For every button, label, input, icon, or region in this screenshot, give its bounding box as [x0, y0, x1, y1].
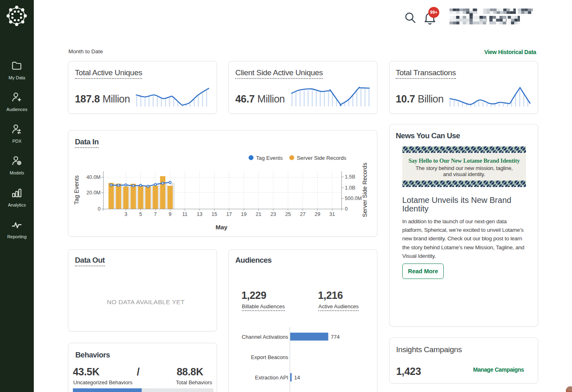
svg-text:774: 774: [331, 334, 340, 340]
svg-text:Export Beacons: Export Beacons: [251, 354, 288, 360]
svg-text:9: 9: [169, 211, 171, 217]
svg-text:Channel Activations: Channel Activations: [242, 334, 289, 340]
svg-text:Tag Events: Tag Events: [73, 175, 80, 205]
svg-text:3: 3: [125, 211, 127, 217]
svg-text:14: 14: [294, 375, 300, 381]
svg-text:31: 31: [329, 211, 335, 217]
svg-text:Server Side Records: Server Side Records: [362, 163, 368, 217]
svg-text:25: 25: [285, 211, 291, 217]
svg-text:15: 15: [211, 211, 217, 217]
svg-text:5: 5: [139, 211, 142, 217]
svg-text:21: 21: [256, 211, 261, 217]
svg-text:Tag Events: Tag Events: [256, 155, 283, 161]
svg-text:May: May: [215, 224, 228, 231]
svg-text:500.0M: 500.0M: [345, 196, 362, 201]
svg-text:27: 27: [300, 211, 306, 217]
svg-text:40.0M: 40.0M: [86, 174, 101, 180]
svg-text:Extraction API: Extraction API: [255, 375, 288, 381]
svg-text:29: 29: [315, 211, 320, 217]
svg-text:13: 13: [197, 211, 202, 217]
svg-text:1.5B: 1.5B: [345, 174, 355, 180]
svg-text:20.0M: 20.0M: [86, 190, 101, 196]
svg-text:19: 19: [241, 211, 247, 217]
svg-text:7: 7: [154, 211, 157, 217]
svg-text:0: 0: [98, 206, 101, 212]
svg-text:11: 11: [182, 211, 188, 217]
svg-text:Server Side Records: Server Side Records: [297, 155, 346, 161]
svg-text:0: 0: [345, 206, 348, 212]
svg-text:23: 23: [270, 211, 276, 217]
svg-text:1.0B: 1.0B: [345, 185, 355, 191]
svg-text:17: 17: [226, 211, 232, 217]
